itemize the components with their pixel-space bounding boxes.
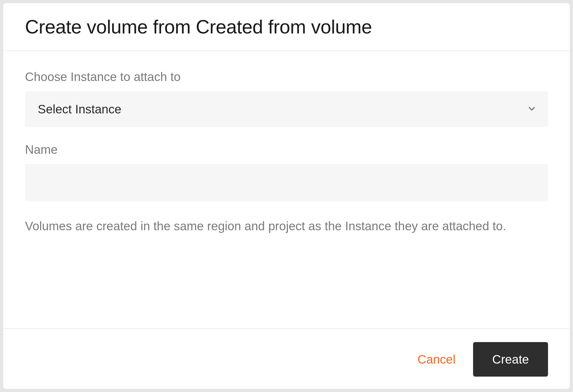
- help-text: Volumes are created in the same region a…: [25, 217, 548, 236]
- name-field-group: Name: [25, 142, 548, 201]
- instance-select[interactable]: Select Instance: [25, 91, 548, 127]
- dialog-footer: Cancel Create: [3, 328, 570, 389]
- create-button[interactable]: Create: [473, 342, 548, 377]
- create-volume-dialog: Create volume from Created from volume C…: [3, 3, 570, 389]
- instance-select-value: Select Instance: [38, 102, 121, 116]
- cancel-button[interactable]: Cancel: [415, 349, 458, 370]
- dialog-header: Create volume from Created from volume: [3, 3, 570, 51]
- instance-label: Choose Instance to attach to: [25, 70, 548, 84]
- instance-select-wrapper: Select Instance: [25, 91, 548, 127]
- name-input[interactable]: [25, 164, 548, 201]
- dialog-body: Choose Instance to attach to Select Inst…: [3, 51, 570, 328]
- instance-field-group: Choose Instance to attach to Select Inst…: [25, 70, 548, 127]
- name-label: Name: [25, 142, 548, 157]
- dialog-title: Create volume from Created from volume: [25, 16, 548, 38]
